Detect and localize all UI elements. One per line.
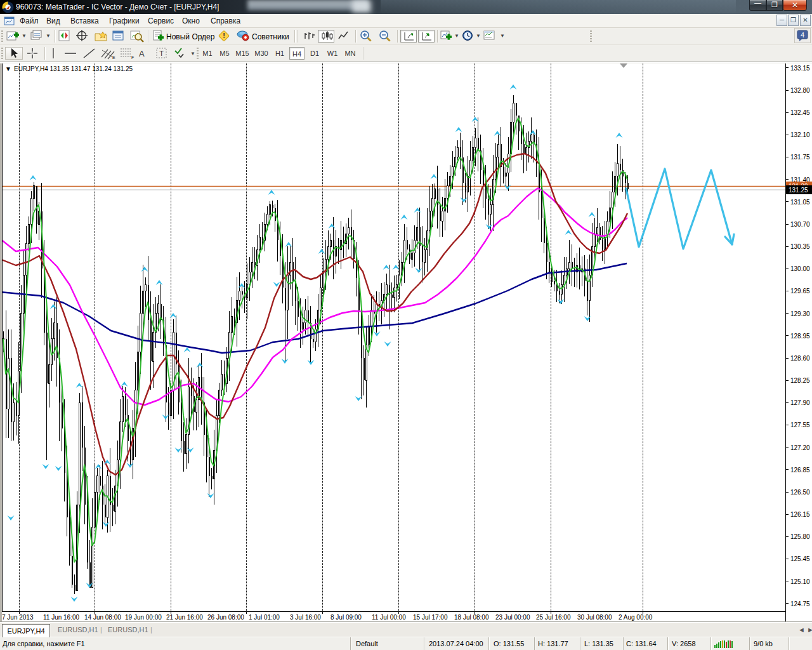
svg-text:11 Jul 00:00: 11 Jul 00:00 [372,614,406,621]
svg-text:7 Jun 2013: 7 Jun 2013 [2,614,34,621]
svg-text:130.00: 130.00 [790,265,810,272]
svg-text:3 Jul 16:00: 3 Jul 16:00 [290,614,321,621]
svg-text:T: T [159,50,164,57]
svg-text:127.20: 127.20 [790,444,810,451]
svg-text:130.70: 130.70 [790,221,810,228]
svg-text:126.50: 126.50 [790,489,810,496]
svg-text:131.75: 131.75 [790,154,810,161]
svg-text:125.10: 125.10 [790,578,810,585]
svg-text:133.15: 133.15 [790,65,810,72]
svg-text:E: E [112,55,115,60]
svg-text:11 Jun 16:00: 11 Jun 16:00 [43,614,80,621]
svg-text:132.10: 132.10 [790,131,810,138]
svg-text:▼: ▼ [5,65,11,72]
svg-text:18 Jul 08:00: 18 Jul 08:00 [454,614,489,621]
svg-text:!: ! [223,32,225,39]
svg-text:127.55: 127.55 [790,421,810,428]
svg-text:15 Jul 17:00: 15 Jul 17:00 [413,614,448,621]
svg-text:128.95: 128.95 [790,333,810,340]
svg-text:1 Jul 01:00: 1 Jul 01:00 [249,614,280,621]
svg-text:14 Jun 08:00: 14 Jun 08:00 [84,614,121,621]
svg-text:19 Jun 00:00: 19 Jun 00:00 [125,614,162,621]
svg-text:125.80: 125.80 [790,533,810,540]
svg-text:2 Aug 00:00: 2 Aug 00:00 [619,614,653,621]
svg-text:129.65: 129.65 [790,288,810,295]
svg-text:132.45: 132.45 [790,109,810,116]
svg-text:131.05: 131.05 [790,199,810,206]
svg-text:30 Jul 08:00: 30 Jul 08:00 [577,614,612,621]
svg-text:F: F [131,55,134,60]
svg-text:4: 4 [801,31,804,39]
svg-text:132.80: 132.80 [790,87,810,94]
svg-text:EURJPY,H4 131.35 131.47 131.2: EURJPY,H4 131.35 131.47 131.24 131.25 [14,65,133,72]
svg-text:125.45: 125.45 [790,555,810,562]
svg-text:127.90: 127.90 [790,399,810,406]
svg-text:126.15: 126.15 [790,511,810,518]
svg-text:8 Jul 09:00: 8 Jul 09:00 [331,614,362,621]
svg-text:26 Jun 08:00: 26 Jun 08:00 [207,614,244,621]
svg-text:128.60: 128.60 [790,355,810,362]
svg-text:128.25: 128.25 [790,377,810,384]
svg-text:23 Jul 00:00: 23 Jul 00:00 [495,614,530,621]
svg-text:130.35: 130.35 [790,243,810,250]
svg-text:25 Jul 16:00: 25 Jul 16:00 [536,614,571,621]
svg-text:129.30: 129.30 [790,310,810,317]
svg-text:131.25: 131.25 [789,187,808,194]
svg-text:124.75: 124.75 [790,600,810,607]
svg-text:21 Jun 16:00: 21 Jun 16:00 [166,614,203,621]
svg-text:126.85: 126.85 [790,467,810,474]
